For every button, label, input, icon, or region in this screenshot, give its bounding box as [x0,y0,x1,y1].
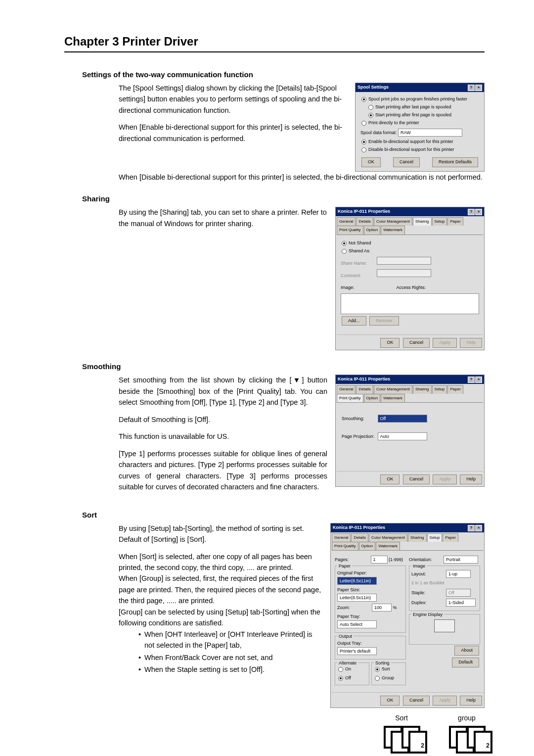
radio-start-after-last[interactable]: Start printing after last page is spoole… [367,104,479,111]
radio-enable-bidi[interactable]: Enable bi-directional support for this p… [360,139,479,145]
tab-setup[interactable]: Setup [432,217,447,226]
output-tray-select[interactable]: Printer's default [337,647,377,655]
tab-option[interactable]: Option [359,542,376,550]
tab-color-management[interactable]: Color Management [374,385,412,393]
tab-general[interactable]: General [332,533,351,542]
image-label: Image: [341,284,375,291]
tab-watermark[interactable]: Watermark [381,226,405,234]
tabs[interactable]: General Details Color Management Sharing… [337,217,483,235]
duplex-select[interactable]: 1-Sided [446,599,476,607]
help-button[interactable]: Help [460,338,482,348]
tab-option[interactable]: Option [364,226,381,234]
tab-sharing[interactable]: Sharing [408,533,427,542]
ok-button[interactable]: OK [380,338,400,348]
tab-print-quality[interactable]: Print Quality [337,394,363,402]
spool-format-select[interactable]: RAW [398,129,462,137]
window-buttons[interactable]: ?× [467,208,482,215]
tab-print-quality[interactable]: Print Quality [332,542,358,550]
spool-settings-dialog: Spool Settings ?× Spool print jobs so pr… [355,83,485,172]
tab-color-management[interactable]: Color Management [374,217,412,226]
tab-paper[interactable]: Paper [447,385,463,393]
close-icon[interactable]: × [475,525,482,531]
two-in-one-check: 2 in 1 as Booklet [411,580,478,587]
radio-print-direct[interactable]: Print directly to the printer [360,120,479,127]
window-buttons[interactable]: ?× [467,376,482,383]
cancel-button[interactable]: Cancel [403,338,430,348]
default-button[interactable]: Default [452,658,479,667]
paragraph: [Group] can be selected by using [Setup]… [119,607,322,629]
cancel-button[interactable]: Cancel [403,696,430,706]
tab-details[interactable]: Details [356,385,373,393]
cancel-button[interactable]: Cancel [393,157,420,167]
radio-disable-bidi[interactable]: Disable bi-directional support for this … [360,146,479,153]
paper-tray-select[interactable]: Auto Select [337,620,377,628]
about-button[interactable]: About [454,646,479,656]
close-icon[interactable]: × [475,209,482,215]
radio-alt-off[interactable]: Off [337,675,351,682]
dialog-title: Spool Settings [357,84,389,91]
help-icon[interactable]: ? [468,209,475,215]
radio-start-after-first[interactable]: Start printing after first page is spool… [367,112,479,119]
smoothing-select[interactable]: Off [378,415,427,423]
restore-defaults-button[interactable]: Restore Defaults [432,157,478,167]
paragraph: When [Disable bi-derectional support for… [119,172,485,183]
zoom-field[interactable]: 100 [372,604,392,612]
tab-details[interactable]: Details [351,533,368,542]
engine-display-label: Engine Display [411,612,444,618]
tab-setup[interactable]: Setup [427,533,443,542]
tab-watermark[interactable]: Watermark [381,394,405,402]
tab-details[interactable]: Details [356,217,373,226]
tab-general[interactable]: General [337,217,356,226]
paragraph: Set smoothing from the list shown by cli… [119,375,327,408]
tabs[interactable]: General Details Color Management Sharing… [332,533,483,551]
zoom-label: Zoom: [337,605,372,612]
radio-alt-on[interactable]: On [337,666,351,673]
page-projection-select[interactable]: Auto [378,432,427,440]
ok-button[interactable]: OK [361,157,381,167]
tab-option[interactable]: Option [364,394,381,402]
bullet: When the Staple setting is set to [Off]. [138,664,322,675]
tab-general[interactable]: General [337,385,356,393]
tab-setup[interactable]: Setup [432,385,447,393]
close-icon[interactable]: × [475,85,482,91]
cancel-button[interactable]: Cancel [403,474,430,484]
smoothing-label: Smoothing: [342,416,376,423]
help-button[interactable]: Help [460,696,482,706]
help-icon[interactable]: ? [468,525,475,531]
tab-paper[interactable]: Paper [443,533,458,542]
add-button[interactable]: Add... [342,316,366,326]
help-icon[interactable]: ? [468,85,475,91]
tab-sharing[interactable]: Sharing [413,217,432,226]
bullet: When Front/Back Cover are not set, and [138,652,322,663]
window-buttons[interactable]: ?× [467,524,482,531]
radio-group[interactable]: Group [374,675,394,682]
pages-field[interactable]: 1 [371,556,388,564]
orientation-select[interactable]: Portrait [444,556,478,564]
close-icon[interactable]: × [475,377,482,383]
ok-button[interactable]: OK [380,696,400,706]
staple-label: Staple: [411,590,446,597]
window-buttons[interactable]: ?× [467,84,482,91]
paper-group-label: Paper [337,563,352,570]
tabs[interactable]: General Details Color Management Sharing… [337,385,483,403]
radio-spool-jobs[interactable]: Spool print jobs so program finishes pri… [360,96,479,103]
help-icon[interactable]: ? [468,377,475,383]
radio-sort[interactable]: Sort [374,666,390,673]
original-paper-select[interactable]: Letter(8.5x11in) [337,577,377,585]
original-paper-label: Original Paper: [337,570,372,577]
tab-print-quality[interactable]: Print Quality [337,226,363,234]
paragraph: When [Group] is selected, first, the req… [119,573,322,606]
radio-not-shared[interactable]: Not Shared [341,240,479,247]
access-list[interactable] [341,293,479,314]
tab-sharing[interactable]: Sharing [413,385,432,393]
tab-watermark[interactable]: Watermark [376,542,400,550]
paper-size-select[interactable]: Letter(8.5x11in) [337,594,377,602]
ok-button[interactable]: OK [380,474,400,484]
radio-shared-as[interactable]: Shared As: [341,248,479,255]
layout-select[interactable]: 1-up [446,570,471,578]
help-button[interactable]: Help [460,474,482,484]
tab-color-management[interactable]: Color Management [369,533,407,542]
tab-paper[interactable]: Paper [447,217,463,226]
output-group-label: Output [337,633,354,640]
sharing-dialog: Konica IP-011 Properties ?× General Deta… [335,207,485,350]
